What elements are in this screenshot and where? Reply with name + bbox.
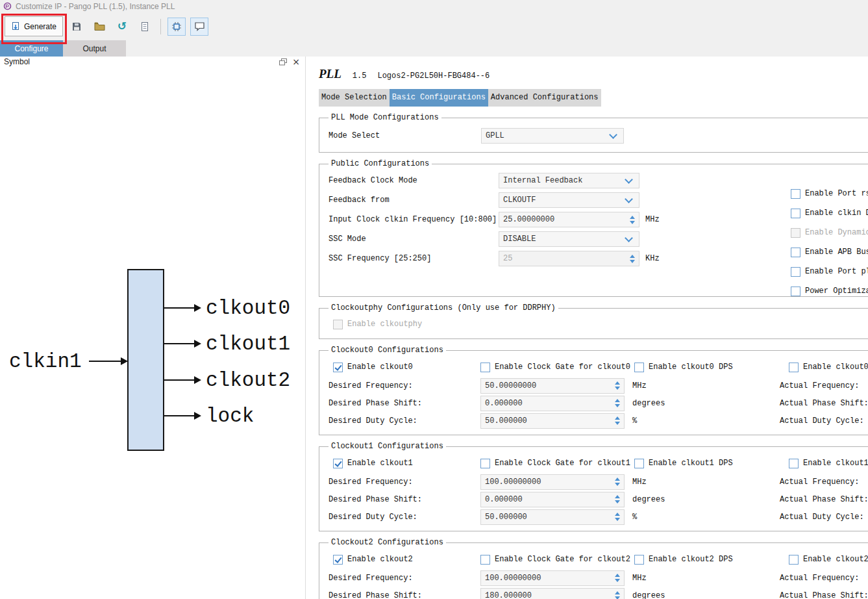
tab-advanced-configurations[interactable]: Advanced Configurations (488, 89, 601, 107)
option-enable-clkin-d[interactable]: Enable clkin D (791, 203, 868, 223)
enable-clock-gate-clkout2-checkbox[interactable]: Enable Clock Gate for clkout2 (480, 555, 630, 565)
desired-frequency-spinner[interactable]: 100.00000000 (480, 570, 625, 586)
spin-up-icon[interactable] (615, 478, 620, 481)
checkbox[interactable] (480, 363, 490, 372)
checkbox[interactable] (791, 267, 800, 277)
checkbox[interactable] (634, 363, 644, 372)
desired-duty-cycle-spinner[interactable]: 50.000000 (480, 413, 625, 429)
enable-clkout1-n-checkbox[interactable]: Enable clkout1_n (789, 459, 868, 468)
group-title: PLL Mode Configurations (329, 113, 441, 122)
checkbox[interactable] (789, 459, 799, 468)
input-arrowhead (121, 357, 128, 365)
desired-phase-shift-spinner[interactable]: 180.000000 (480, 588, 625, 599)
enable-clkout1-checkbox[interactable]: Enable clkout1 (333, 459, 413, 468)
tab-configure[interactable]: Configure (0, 40, 63, 57)
checkbox[interactable] (791, 287, 800, 296)
enable-clkout0-checkbox[interactable]: Enable clkout0 (333, 363, 413, 372)
ip-view-button[interactable] (167, 18, 186, 36)
enable-clkout2-checkbox[interactable]: Enable clkout2 (333, 555, 413, 565)
checkbox[interactable] (333, 555, 343, 565)
generate-button[interactable]: Generate (5, 16, 63, 36)
spin-down-icon[interactable] (615, 483, 620, 486)
mode-select-value: GPLL (486, 131, 504, 140)
checkbox[interactable] (480, 459, 490, 468)
checkbox[interactable] (333, 363, 343, 372)
desired-frequency-spinner[interactable]: 100.00000000 (480, 474, 625, 490)
toolbar: Generate ↺ (0, 12, 868, 40)
spin-down-icon[interactable] (615, 579, 620, 582)
enable-clock-gate-clkout1-checkbox[interactable]: Enable Clock Gate for clkout1 (480, 459, 630, 468)
spin-down-icon[interactable] (615, 518, 620, 521)
field-row-desired-frequency: Desired Frequency: 100.00000000 MHz Actu… (329, 569, 868, 587)
float-panel-button[interactable] (278, 57, 288, 67)
spin-down-icon[interactable] (630, 221, 635, 224)
spin-up-icon[interactable] (630, 216, 635, 219)
feedback-clock-mode-dropdown[interactable]: Internal Feedback (499, 173, 639, 188)
symbol-diagram: clkin1 clkout0 clkout1 clkout2 lock (0, 67, 305, 599)
enable-clock-gate-clkout0-checkbox[interactable]: Enable Clock Gate for clkout0 (480, 363, 630, 372)
checkbox (791, 228, 800, 238)
spin-up-icon[interactable] (615, 513, 620, 516)
enable-clkout1-dps-checkbox[interactable]: Enable clkout1 DPS (634, 459, 733, 468)
enable-clkout0-dps-checkbox[interactable]: Enable clkout0 DPS (634, 363, 733, 372)
report-button[interactable] (136, 18, 154, 36)
symbol-panel: Symbol × clkin1 (0, 57, 306, 599)
actual-frequency-label: Actual Frequency: (780, 381, 859, 390)
ip-device: Logos2-PG2L50H-FBG484--6 (377, 71, 490, 81)
option-enable-port-pl[interactable]: Enable Port pl (791, 262, 868, 281)
spin-up-icon[interactable] (615, 591, 620, 594)
checkbox[interactable] (789, 363, 799, 372)
mode-select-dropdown[interactable]: GPLL (481, 128, 624, 144)
spin-down-icon[interactable] (615, 500, 620, 503)
comment-button[interactable] (190, 18, 208, 36)
enable-clkout2-n-checkbox[interactable]: Enable clkout2_n (789, 555, 868, 565)
checkbox[interactable] (634, 555, 644, 565)
spin-down-icon[interactable] (615, 387, 620, 390)
port-label-clkout1: clkout1 (206, 333, 290, 355)
tab-mode-selection[interactable]: Mode Selection (319, 89, 390, 107)
tab-basic-configurations[interactable]: Basic Configurations (390, 89, 488, 107)
spin-up-icon[interactable] (615, 381, 620, 385)
clockout0-checkbox-row: Enable clkout0 Enable Clock Gate for clk… (329, 357, 868, 377)
field-row-clkin-frequency: Input Clock clkin Frequency [10:800] 25.… (329, 210, 868, 229)
checkbox[interactable] (480, 555, 490, 565)
enable-clkout2-dps-checkbox[interactable]: Enable clkout2 DPS (634, 555, 733, 565)
spin-down-icon[interactable] (615, 596, 620, 599)
group-title: Public Configurations (329, 159, 432, 168)
checkbox[interactable] (791, 209, 800, 218)
tab-output[interactable]: Output (63, 40, 126, 57)
checkbox[interactable] (791, 248, 800, 257)
field-row-feedback-clock-mode: Feedback Clock Mode Internal Feedback (329, 171, 868, 190)
spin-down-icon[interactable] (615, 404, 620, 407)
checkbox[interactable] (789, 555, 799, 565)
option-enable-port-rs[interactable]: Enable Port rs (791, 184, 868, 203)
reset-button[interactable]: ↺ (113, 18, 131, 36)
enable-clkout0-n-checkbox[interactable]: Enable clkout0_n (789, 363, 868, 372)
ssc-mode-dropdown[interactable]: DISABLE (499, 231, 639, 247)
field-row-ssc-frequency: SSC Frequency [25:250] 25 KHz (329, 249, 868, 268)
checkbox[interactable] (333, 459, 343, 468)
checkbox[interactable] (634, 459, 644, 468)
option-enable-apb-bus[interactable]: Enable APB Bus (791, 242, 868, 262)
save-button[interactable] (68, 18, 86, 36)
checkbox[interactable] (791, 189, 800, 199)
option-power-optimization[interactable]: Power Optimiza (791, 281, 868, 301)
spin-down-icon[interactable] (615, 422, 620, 425)
spin-up-icon[interactable] (615, 399, 620, 402)
desired-duty-cycle-spinner[interactable]: 50.000000 (480, 509, 625, 525)
spin-up-icon[interactable] (615, 574, 620, 577)
spin-up-icon[interactable] (615, 495, 620, 498)
clkin-frequency-label: Input Clock clkin Frequency [10:800] (329, 215, 497, 224)
close-panel-button[interactable]: × (291, 57, 301, 67)
clkin-frequency-spinner[interactable]: 25.00000000 (499, 212, 639, 227)
ssc-frequency-unit: KHz (645, 254, 660, 263)
spin-up-icon[interactable] (615, 416, 620, 420)
desired-frequency-spinner[interactable]: 50.00000000 (480, 378, 625, 394)
desired-phase-shift-spinner[interactable]: 0.000000 (480, 492, 625, 507)
clockout2-checkbox-row: Enable clkout2 Enable Clock Gate for clk… (329, 550, 868, 569)
feedback-from-dropdown[interactable]: CLKOUTF (499, 192, 639, 208)
clockout1-checkbox-row: Enable clkout1 Enable Clock Gate for clk… (329, 453, 868, 473)
open-button[interactable] (90, 18, 108, 36)
desired-phase-shift-spinner[interactable]: 0.000000 (480, 396, 625, 411)
panel-splitter[interactable] (306, 57, 310, 599)
